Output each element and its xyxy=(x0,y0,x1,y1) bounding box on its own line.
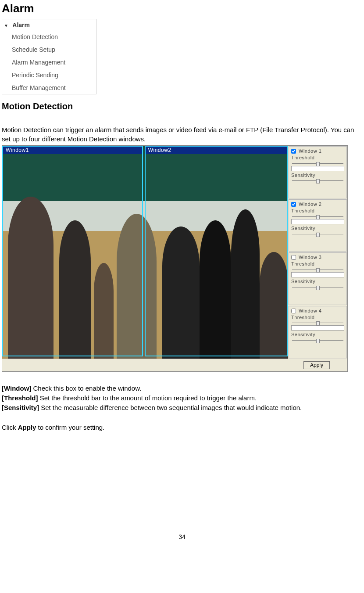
page-number: 34 xyxy=(2,533,362,541)
window-1-checkbox[interactable] xyxy=(291,149,296,154)
control-group-1: Window 1 Threshold Sensitivity xyxy=(289,146,347,198)
apply-instruction: Click Apply to confirm your setting. xyxy=(2,423,362,432)
sensitivity-slider-4[interactable] xyxy=(291,339,344,342)
window-3-label: Window 3 xyxy=(299,254,321,261)
sensitivity-slider-2[interactable] xyxy=(291,233,344,236)
sensitivity-label-2: Sensitivity xyxy=(291,225,344,232)
threshold-label-1: Threshold xyxy=(291,155,344,161)
threshold-slider-3[interactable] xyxy=(291,268,344,272)
controls-panel: Window 1 Threshold Sensitivity Window 2 … xyxy=(288,146,347,359)
menu-item-periodic-sending[interactable]: Periodic Sending xyxy=(2,69,96,82)
menu-item-motion-detection[interactable]: Motion Detection xyxy=(2,31,96,43)
control-group-4: Window 4 Threshold Sensitivity xyxy=(289,306,347,358)
definition-sensitivity-desc: Set the measurable difference between tw… xyxy=(39,404,302,411)
collapse-icon: ▼ xyxy=(4,23,8,28)
definition-sensitivity: [Sensitivity] Set the measurable differe… xyxy=(2,403,362,412)
definition-window-term: [Window] xyxy=(2,385,31,392)
threshold-meter-4 xyxy=(291,325,344,331)
definitions: [Window] Check this box to enable the wi… xyxy=(2,384,362,413)
window-4-checkbox[interactable] xyxy=(291,309,296,313)
threshold-label-4: Threshold xyxy=(291,314,344,321)
window-3-checkbox[interactable] xyxy=(291,255,296,260)
apply-instruction-post: to confirm your setting. xyxy=(36,424,104,431)
definition-threshold: [Threshold] Set the threshold bar to the… xyxy=(2,394,362,403)
video-preview: Window1 Window2 xyxy=(2,146,288,359)
apply-instruction-bold: Apply xyxy=(18,424,36,431)
definition-threshold-desc: Set the threshold bar to the amount of m… xyxy=(38,394,257,402)
motion-detection-screenshot: Window1 Window2 Window 1 Threshold Sensi… xyxy=(2,145,348,372)
threshold-meter-1 xyxy=(291,166,344,171)
section-heading: Motion Detection xyxy=(2,101,362,112)
window-2-label: Window 2 xyxy=(299,201,321,208)
window-2-checkbox[interactable] xyxy=(291,202,296,207)
sensitivity-slider-3[interactable] xyxy=(291,286,344,289)
alarm-menu-title: Alarm xyxy=(12,22,30,29)
sensitivity-label-1: Sensitivity xyxy=(291,172,344,179)
apply-instruction-pre: Click xyxy=(2,424,18,431)
sensitivity-slider-1[interactable] xyxy=(291,179,344,183)
threshold-label-2: Threshold xyxy=(291,208,344,214)
definition-sensitivity-term: [Sensitivity] xyxy=(2,404,39,411)
threshold-slider-1[interactable] xyxy=(291,162,344,165)
threshold-label-3: Threshold xyxy=(291,261,344,267)
detection-window-1[interactable]: Window1 xyxy=(2,146,143,356)
control-group-3: Window 3 Threshold Sensitivity xyxy=(289,252,347,305)
page-title: Alarm xyxy=(2,1,362,16)
sensitivity-label-4: Sensitivity xyxy=(291,331,344,338)
intro-paragraph: Motion Detection can trigger an alarm th… xyxy=(2,126,362,144)
window-4-label: Window 4 xyxy=(299,308,321,314)
menu-item-alarm-management[interactable]: Alarm Management xyxy=(2,56,96,69)
menu-item-buffer-management[interactable]: Buffer Management xyxy=(2,82,96,94)
threshold-slider-4[interactable] xyxy=(291,321,344,325)
window-1-label: Window 1 xyxy=(299,148,321,155)
alarm-menu-header[interactable]: ▼ Alarm xyxy=(2,19,96,31)
control-group-2: Window 2 Threshold Sensitivity xyxy=(289,199,347,252)
detection-window-2-label: Window2 xyxy=(146,147,287,154)
definition-threshold-term: [Threshold] xyxy=(2,394,38,402)
detection-window-2[interactable]: Window2 xyxy=(145,146,288,356)
definition-window: [Window] Check this box to enable the wi… xyxy=(2,384,362,393)
alarm-menu: ▼ Alarm Motion Detection Schedule Setup … xyxy=(2,19,96,94)
apply-bar: Apply xyxy=(2,359,347,371)
detection-window-1-label: Window1 xyxy=(3,147,142,154)
sensitivity-label-3: Sensitivity xyxy=(291,278,344,285)
threshold-meter-2 xyxy=(291,219,344,224)
definition-window-desc: Check this box to enable the window. xyxy=(31,385,141,392)
apply-button[interactable]: Apply xyxy=(303,361,330,369)
menu-item-schedule-setup[interactable]: Schedule Setup xyxy=(2,43,96,56)
threshold-meter-3 xyxy=(291,272,344,277)
threshold-slider-2[interactable] xyxy=(291,215,344,219)
